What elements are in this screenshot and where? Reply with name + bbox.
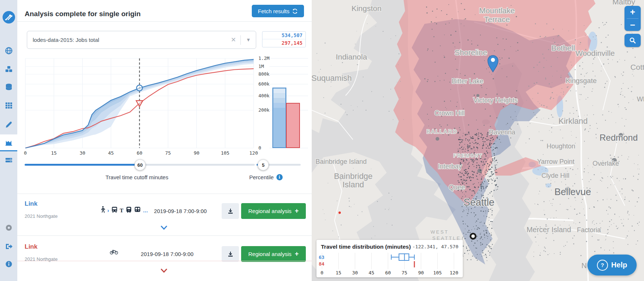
svg-text:60: 60 <box>385 270 391 275</box>
comparison-divider <box>17 261 312 261</box>
regional-analysis-button[interactable]: Regional analysis+ <box>241 203 306 219</box>
svg-text:60: 60 <box>137 150 143 156</box>
percentile-slider-label: Percentile <box>249 174 274 180</box>
pencil-icon <box>5 120 13 128</box>
fetch-results-button[interactable]: Fetch results <box>252 5 304 17</box>
accessibility-chart[interactable]: 01530456075901051200200k400k600k800k1M1.… <box>17 48 312 158</box>
svg-text:Shoreline: Shoreline <box>455 48 487 57</box>
header-divider <box>17 21 312 22</box>
svg-text:63: 63 <box>319 255 325 260</box>
map-search-button[interactable] <box>625 34 641 47</box>
svg-text:BALLARD: BALLARD <box>427 129 458 134</box>
svg-text:Overlake: Overlake <box>593 160 619 167</box>
download-icon <box>228 251 233 257</box>
sidebar-item-logo[interactable] <box>0 9 17 25</box>
svg-text:Quee: Quee <box>449 184 465 191</box>
sidebar-item-area-chart[interactable] <box>0 134 17 151</box>
expand-chevron[interactable] <box>161 225 167 231</box>
analysis-panel: Analysis complete for single origin Fetc… <box>17 0 312 281</box>
database-icon <box>5 83 13 91</box>
zoom-out-button[interactable]: − <box>625 19 641 31</box>
download-button[interactable] <box>222 246 239 262</box>
help-button[interactable]: ? Help <box>587 255 637 275</box>
clear-icon[interactable]: ✕ <box>226 36 240 44</box>
svg-text:WEST: WEST <box>430 229 449 235</box>
section-divider <box>17 194 312 194</box>
percentile-slider-handle[interactable]: 5 <box>258 159 269 170</box>
cutoff-value: 60 <box>137 162 143 168</box>
project-link[interactable]: Link <box>25 200 37 208</box>
cutoff-slider-handle[interactable]: 60 <box>135 159 146 170</box>
regional-analysis-button[interactable]: Regional analysis+ <box>241 246 306 262</box>
cutoff-slider-fill <box>25 164 140 166</box>
chevron-down-icon[interactable]: ▼ <box>241 37 256 43</box>
destination-layer-select[interactable]: lodes-data-2015: Jobs total ✕ ▼ <box>27 31 256 49</box>
svg-text:45: 45 <box>108 150 114 156</box>
info-icon[interactable]: i <box>276 174 283 180</box>
map-zoom-controls: + − <box>625 6 641 31</box>
map-canvas[interactable]: KingstonMaltbyMountlakeTerraceIndianolaS… <box>312 0 644 281</box>
walk-icon <box>100 206 105 215</box>
svg-text:400k: 400k <box>258 93 270 98</box>
sidebar-item-grid[interactable] <box>0 97 17 114</box>
help-label: Help <box>611 261 627 269</box>
mode-separator-chevron: › <box>107 207 109 214</box>
svg-text:Kingsgate: Kingsgate <box>566 77 597 84</box>
svg-text:Indianola: Indianola <box>336 53 367 61</box>
percentile-value: 5 <box>262 162 264 168</box>
info-icon <box>5 260 13 268</box>
search-icon <box>629 37 636 44</box>
sidebar-item-pencil[interactable] <box>0 116 17 132</box>
svg-text:90: 90 <box>418 270 424 275</box>
logo-icon <box>3 11 15 24</box>
more-modes-icon: … <box>143 207 149 214</box>
svg-text:Victory Heights: Victory Heights <box>473 97 518 104</box>
percentile-label-row: Percentile i <box>249 174 283 180</box>
server-icon <box>5 156 13 165</box>
zoom-in-button[interactable]: + <box>625 6 641 18</box>
section-divider-2 <box>17 235 312 236</box>
svg-text:Clyde Hill: Clyde Hill <box>541 172 569 179</box>
svg-text:Interbay: Interbay <box>438 163 462 170</box>
active-underline <box>0 150 17 151</box>
origin-coordinates: -122.341, 47.570 <box>412 244 458 249</box>
accessibility-value-blue: 534,507 <box>262 32 305 39</box>
rail-icon <box>134 206 141 214</box>
sidebar <box>0 0 17 281</box>
tram-icon <box>126 206 132 214</box>
download-icon <box>228 208 233 214</box>
svg-text:600k: 600k <box>258 81 270 87</box>
sign-out-icon <box>5 242 13 251</box>
app-root: Analysis complete for single origin Fetc… <box>0 0 644 281</box>
project-link[interactable]: Link <box>25 243 37 251</box>
svg-text:Cotta: Cotta <box>630 63 644 71</box>
expand-chevron[interactable] <box>161 268 167 274</box>
svg-text:120: 120 <box>450 270 458 275</box>
svg-text:Ravenna: Ravenna <box>489 129 516 136</box>
sidebar-item-disc[interactable] <box>0 220 17 236</box>
svg-text:Maltby: Maltby <box>612 0 635 6</box>
svg-text:Whi: Whi <box>637 96 644 103</box>
accessibility-value-red: 297,145 <box>262 39 305 47</box>
svg-text:105: 105 <box>433 270 441 275</box>
svg-text:Island: Island <box>343 180 364 189</box>
map[interactable]: KingstonMaltbyMountlakeTerraceIndianolaS… <box>312 0 644 281</box>
sidebar-item-database[interactable] <box>0 79 17 95</box>
download-button[interactable] <box>222 203 239 219</box>
svg-text:120: 120 <box>249 150 258 156</box>
page-title: Analysis complete for single origin <box>25 10 141 18</box>
sidebar-item-sign-out[interactable] <box>0 238 17 255</box>
svg-text:1M: 1M <box>258 64 264 69</box>
destination-marker <box>471 234 476 239</box>
question-icon: ? <box>597 260 608 271</box>
cutoff-slider-label: Travel time cutoff minutes <box>105 174 168 180</box>
sidebar-item-globe[interactable] <box>0 43 17 59</box>
svg-text:Mountlake: Mountlake <box>479 6 515 15</box>
sidebar-item-cubes[interactable] <box>0 61 17 77</box>
sidebar-item-server[interactable] <box>0 152 17 169</box>
svg-text:Factoria: Factoria <box>577 226 601 234</box>
svg-text:Seattle: Seattle <box>464 197 494 208</box>
sidebar-item-info[interactable] <box>0 256 17 272</box>
svg-text:Kingston: Kingston <box>351 4 382 12</box>
bike-icon <box>110 249 118 256</box>
